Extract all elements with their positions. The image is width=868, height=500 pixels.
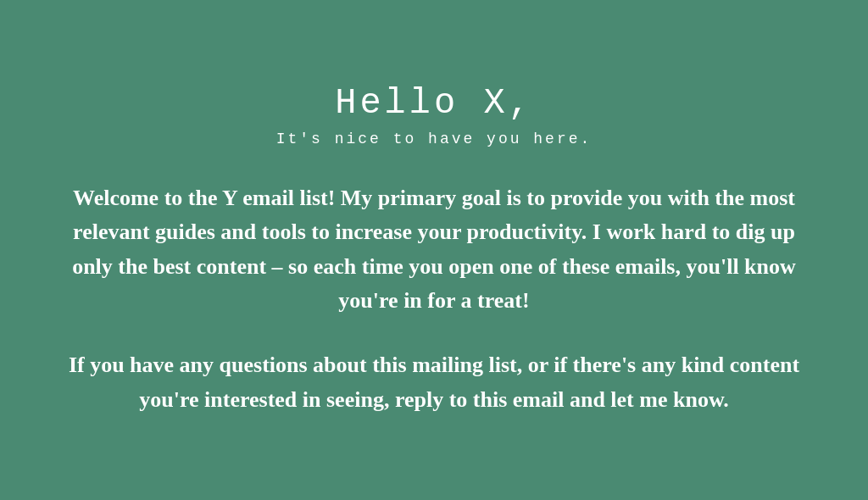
greeting-title: Hello X, (276, 83, 593, 124)
body-section: Welcome to the Y email list! My primary … (51, 181, 817, 417)
welcome-paragraph: Welcome to the Y email list! My primary … (51, 181, 817, 318)
followup-paragraph: If you have any questions about this mai… (51, 348, 817, 417)
greeting-subtitle: It's nice to have you here. (276, 131, 593, 147)
header-section: Hello X, It's nice to have you here. (276, 83, 593, 147)
email-container: Hello X, It's nice to have you here. Wel… (0, 0, 868, 500)
